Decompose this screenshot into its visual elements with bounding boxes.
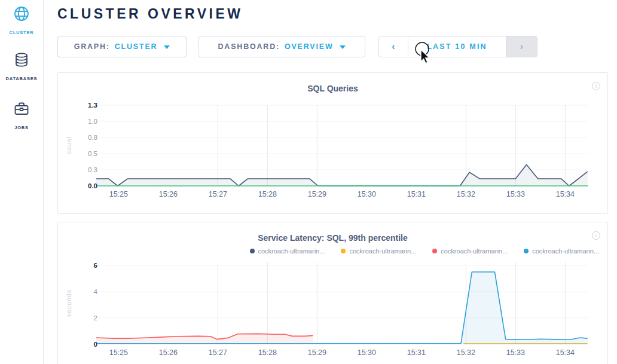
dashboard-dropdown-value: OVERVIEW [285, 42, 334, 51]
svg-text:15:27: 15:27 [209, 190, 227, 198]
svg-text:15:28: 15:28 [258, 190, 277, 198]
svg-text:4: 4 [94, 288, 98, 295]
time-window-next-button[interactable]: › [506, 36, 537, 57]
legend-dot-icon [432, 249, 437, 253]
svg-text:15:32: 15:32 [457, 348, 475, 357]
svg-text:15:30: 15:30 [358, 190, 376, 198]
sidebar-item-databases[interactable]: DATABASES [0, 51, 43, 82]
time-window-label[interactable]: LAST 10 MIN [408, 36, 506, 57]
sidebar: CLUSTER DATABASES JOBS [0, 0, 44, 364]
chevron-right-icon: › [520, 41, 523, 52]
chart-title: SQL Queries [58, 84, 607, 93]
sidebar-item-label: JOBS [14, 125, 29, 130]
svg-text:0.3: 0.3 [88, 166, 97, 173]
globe-icon [13, 5, 30, 22]
graph-dropdown-label: GRAPH: [74, 42, 110, 51]
time-window-selector: ‹ LAST 10 MIN › [378, 36, 537, 57]
sidebar-item-label: DATABASES [6, 76, 38, 81]
svg-text:15:28: 15:28 [258, 348, 277, 357]
legend-item[interactable]: cockroach-ultramarin... [524, 247, 599, 255]
briefcase-icon [13, 100, 30, 117]
dashboard-dropdown-label: DASHBOARD: [218, 42, 280, 51]
chevron-down-icon [340, 45, 346, 49]
legend-dot-icon [341, 249, 346, 253]
svg-text:0: 0 [94, 341, 97, 348]
svg-text:15:29: 15:29 [308, 348, 326, 357]
service-latency-chart[interactable]: 024615:2515:2615:2715:2815:2915:3015:311… [58, 258, 607, 364]
svg-text:0.5: 0.5 [88, 150, 97, 157]
legend-label: cockroach-ultramarin... [441, 247, 508, 255]
svg-text:15:31: 15:31 [407, 348, 426, 357]
svg-text:15:25: 15:25 [109, 348, 128, 357]
databases-icon [13, 51, 30, 68]
dashboard-dropdown[interactable]: DASHBOARD: OVERVIEW [198, 36, 365, 57]
svg-text:15:34: 15:34 [556, 348, 575, 357]
legend-item[interactable]: cockroach-ultramarin... [432, 247, 508, 255]
svg-text:seconds: seconds [65, 289, 72, 317]
graph-dropdown[interactable]: GRAPH: CLUSTER [57, 36, 187, 57]
sql-queries-chart[interactable]: 0.00.30.50.81.01.315:2515:2615:2715:2815… [58, 94, 607, 207]
svg-text:15:29: 15:29 [308, 190, 326, 198]
svg-text:15:34: 15:34 [556, 190, 575, 198]
sql-queries-panel: SQL Queries i 0.00.30.50.81.01.315:2515:… [57, 72, 608, 214]
legend-label: cockroach-ultramarin... [349, 247, 416, 255]
svg-text:15:25: 15:25 [109, 190, 128, 198]
svg-text:15:33: 15:33 [506, 190, 525, 198]
svg-text:2: 2 [94, 314, 97, 322]
legend-label: cockroach-ultramarin... [258, 247, 325, 255]
page-title: CLUSTER OVERVIEW [57, 6, 243, 22]
chevron-left-icon: ‹ [392, 41, 395, 52]
svg-text:15:32: 15:32 [457, 190, 475, 198]
info-icon[interactable]: i [592, 82, 600, 90]
sidebar-item-label: CLUSTER [9, 30, 33, 35]
svg-text:1.3: 1.3 [88, 102, 97, 109]
legend-dot-icon [524, 249, 529, 253]
svg-text:15:26: 15:26 [159, 348, 178, 357]
time-window-prev-button[interactable]: ‹ [379, 36, 408, 57]
svg-text:15:26: 15:26 [159, 190, 178, 198]
graph-dropdown-value: CLUSTER [115, 42, 158, 51]
chart-legend: cockroach-ultramarin...cockroach-ultrama… [250, 247, 600, 255]
legend-label: cockroach-ultramarin... [532, 247, 599, 255]
svg-text:0.8: 0.8 [88, 134, 97, 141]
svg-text:1.0: 1.0 [88, 118, 97, 125]
sidebar-item-jobs[interactable]: JOBS [0, 100, 43, 131]
legend-dot-icon [250, 249, 255, 253]
chart-title: Service Latency: SQL, 99th percentile [58, 233, 607, 243]
svg-text:15:30: 15:30 [358, 348, 376, 357]
legend-item[interactable]: cockroach-ultramarin... [341, 247, 416, 255]
chevron-down-icon [164, 45, 170, 49]
sidebar-item-cluster[interactable]: CLUSTER [0, 5, 43, 36]
legend-item[interactable]: cockroach-ultramarin... [250, 247, 325, 255]
svg-text:count: count [65, 136, 72, 155]
svg-text:15:33: 15:33 [506, 348, 525, 357]
svg-text:6: 6 [94, 262, 97, 269]
info-icon[interactable]: i [592, 231, 600, 240]
svg-text:15:31: 15:31 [407, 190, 426, 198]
svg-text:0.0: 0.0 [88, 182, 97, 189]
service-latency-panel: Service Latency: SQL, 99th percentile i … [57, 222, 608, 364]
svg-text:15:27: 15:27 [209, 348, 227, 357]
